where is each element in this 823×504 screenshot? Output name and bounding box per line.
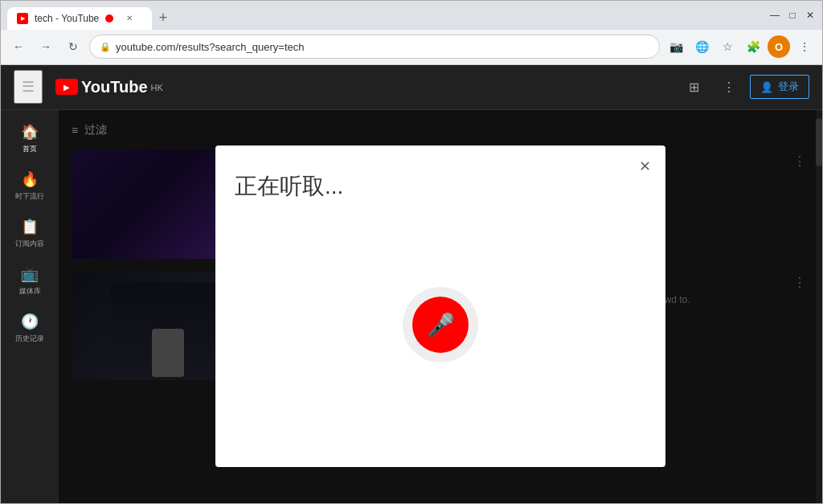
signin-icon: 👤 [760, 81, 773, 93]
youtube-header: ☰ YouTube HK ⊞ ⋮ 👤 登录 [1, 65, 822, 110]
youtube-logo-text: YouTube [81, 78, 148, 96]
lock-icon: 🔒 [100, 42, 111, 52]
back-button[interactable]: ← [7, 35, 30, 58]
url-text: youtube.com/results?search_query=tech [116, 41, 649, 53]
refresh-button[interactable]: ↻ [62, 35, 84, 58]
bookmark-icon-button[interactable]: ☆ [716, 35, 739, 58]
minimize-button[interactable]: — [769, 10, 780, 21]
sidebar-library-label: 媒体库 [19, 286, 41, 297]
trending-icon: 🔥 [21, 170, 39, 188]
youtube-header-actions: ⊞ ⋮ 👤 登录 [679, 72, 809, 101]
translate-icon-button[interactable]: 🌐 [690, 35, 713, 58]
browser-window: tech - YouTube ✕ + — □ ✕ ← → ↻ 🔒 youtube… [0, 0, 823, 504]
address-bar[interactable]: 🔒 youtube.com/results?search_query=tech [89, 35, 660, 59]
tab-bar: tech - YouTube ✕ + [7, 1, 766, 30]
tab-record-indicator [105, 14, 113, 23]
microphone-button[interactable]: 🎤 [412, 297, 469, 353]
window-controls: — □ ✕ [769, 10, 816, 21]
browser-titlebar: tech - YouTube ✕ + — □ ✕ [1, 1, 822, 30]
modal-overlay[interactable]: ✕ 正在听取... 🎤 [59, 110, 822, 503]
camera-icon-button[interactable]: 📷 [665, 35, 687, 58]
sidebar-history-label: 历史记录 [15, 334, 44, 344]
sidebar-item-history[interactable]: 🕐 历史记录 [4, 306, 55, 350]
sidebar-subscriptions-label: 订阅内容 [15, 239, 44, 249]
maximize-button[interactable]: □ [787, 10, 798, 21]
extensions-icon-button[interactable]: 🧩 [742, 35, 764, 58]
youtube-sidebar: 🏠 首页 🔥 时下流行 📋 订阅内容 📺 媒体库 🕐 历史记录 [1, 110, 59, 503]
voice-search-modal: ✕ 正在听取... 🎤 [215, 145, 665, 467]
modal-close-button[interactable]: ✕ [633, 155, 656, 178]
tab-close-button[interactable]: ✕ [123, 12, 136, 25]
subscriptions-icon: 📋 [21, 218, 39, 236]
youtube-signin-button[interactable]: 👤 登录 [750, 75, 809, 99]
sidebar-item-library[interactable]: 📺 媒体库 [4, 259, 55, 303]
microphone-icon: 🎤 [427, 312, 455, 338]
sidebar-home-label: 首页 [23, 144, 37, 154]
youtube-menu-button[interactable]: ☰ [14, 70, 43, 104]
tab-favicon [17, 13, 28, 24]
profile-avatar[interactable]: O [768, 35, 790, 58]
modal-mic-area: 🎤 [235, 202, 646, 448]
youtube-more-button[interactable]: ⋮ [714, 72, 743, 101]
youtube-logo-icon [55, 79, 78, 95]
youtube-body: 🏠 首页 🔥 时下流行 📋 订阅内容 📺 媒体库 🕐 历史记录 [1, 110, 822, 503]
sidebar-trending-label: 时下流行 [15, 191, 44, 202]
toolbar-actions: 📷 🌐 ☆ 🧩 O ⋮ [665, 35, 816, 58]
forward-button[interactable]: → [35, 35, 57, 58]
signin-label: 登录 [778, 80, 799, 94]
youtube-apps-button[interactable]: ⊞ [679, 72, 708, 101]
home-icon: 🏠 [21, 123, 39, 141]
sidebar-item-subscriptions[interactable]: 📋 订阅内容 [4, 211, 55, 256]
library-icon: 📺 [21, 265, 39, 283]
youtube-main-content[interactable]: ≡ 过滤 2020 🛡 ⋮ e this one because of the … [59, 110, 822, 503]
tab-title: tech - YouTube [35, 13, 99, 24]
new-tab-button[interactable]: + [152, 7, 174, 30]
youtube-page: ☰ YouTube HK ⊞ ⋮ 👤 登录 🏠 首页 [1, 65, 822, 503]
youtube-logo: YouTube HK [55, 78, 163, 96]
close-button[interactable]: ✕ [805, 10, 816, 21]
more-options-button[interactable]: ⋮ [793, 35, 816, 58]
listening-text: 正在听取... [235, 171, 646, 202]
history-icon: 🕐 [21, 313, 39, 330]
browser-toolbar: ← → ↻ 🔒 youtube.com/results?search_query… [1, 30, 822, 65]
sidebar-item-home[interactable]: 🏠 首页 [4, 117, 55, 161]
sidebar-item-trending[interactable]: 🔥 时下流行 [4, 164, 55, 208]
youtube-logo-region: HK [151, 83, 163, 92]
active-tab[interactable]: tech - YouTube ✕ [7, 7, 152, 30]
